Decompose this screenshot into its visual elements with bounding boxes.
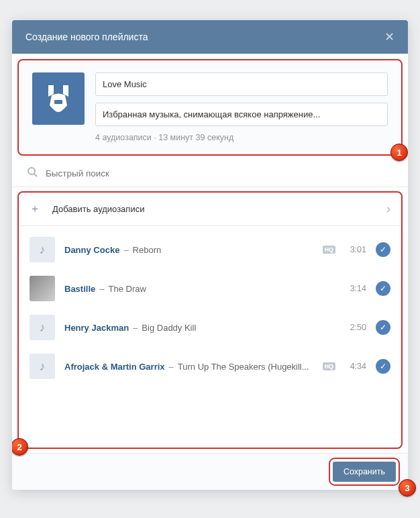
svg-point-1 [28,168,35,174]
track-title: Big Daddy Kill [142,323,196,333]
annotation-3: 3 [399,479,416,497]
track-cover[interactable]: ♪ [30,237,55,262]
track-check[interactable]: ✓ [376,359,390,374]
track-title: Reborn [133,245,162,255]
track-artist[interactable]: Danny Cocke [64,245,119,255]
add-label: Добавить аудиозаписи [52,204,377,214]
track-duration: 2:50 [345,323,366,332]
music-note-icon: ♪ [40,321,46,335]
svg-rect-0 [54,100,62,104]
modal-header: Создание нового плейлиста ✕ [12,20,408,54]
playlist-cover[interactable] [32,72,85,125]
add-tracks-button[interactable]: ＋ Добавить аудиозаписи › [19,193,401,226]
track-artist[interactable]: Bastille [64,284,95,294]
plus-icon: ＋ [30,202,43,216]
track-info: Danny Cocke – Reborn [64,245,313,255]
music-note-icon: ♪ [40,243,46,257]
track-duration: 3:14 [345,284,366,293]
track-check[interactable]: ✓ [376,281,390,296]
track-cover[interactable]: ♪ [30,354,55,379]
track-duration: 3:01 [345,245,366,254]
track-row[interactable]: ♪Afrojack & Martin Garrix – Turn Up The … [19,347,401,386]
modal-title: Создание нового плейлиста [25,32,148,42]
playlist-meta: 4 аудиозаписи · 13 минут 39 секунд [95,133,388,142]
annotation-1: 1 [390,144,408,161]
track-cover[interactable]: ♪ [30,315,55,340]
track-title: The Draw [108,284,146,294]
chevron-right-icon: › [386,202,390,216]
dash: – [133,323,138,333]
track-cover[interactable] [30,276,55,301]
form-inputs [95,72,388,126]
tracks-section: ＋ Добавить аудиозаписи › ♪Danny Cocke – … [17,191,403,449]
search-row [12,160,408,187]
create-playlist-modal: Создание нового плейлиста ✕ 4 аудиозапис… [12,20,408,490]
playlist-desc-input[interactable] [95,103,388,126]
form-row [32,72,388,126]
track-row[interactable]: Bastille – The Draw3:14✓ [19,269,401,308]
track-info: Henry Jackman – Big Daddy Kill [64,323,335,333]
search-input[interactable] [46,168,393,178]
playlist-name-input[interactable] [95,72,388,96]
playlist-form-section: 4 аудиозаписи · 13 минут 39 секунд 1 [17,59,403,156]
dash: – [123,245,128,255]
track-row[interactable]: ♪Henry Jackman – Big Daddy Kill2:50✓ [19,308,401,347]
track-artist[interactable]: Henry Jackman [64,323,129,333]
tracks-list: ♪Danny Cocke – RebornHQ3:01✓Bastille – T… [19,226,401,390]
svg-line-2 [34,174,37,176]
dash: – [169,362,174,372]
track-info: Afrojack & Martin Garrix – Turn Up The S… [64,362,313,372]
track-title: Turn Up The Speakers (Hugekill... [178,362,309,372]
dash: – [99,284,104,294]
hq-badge: HQ [323,246,336,254]
hq-badge: HQ [323,362,336,370]
track-check[interactable]: ✓ [376,242,390,257]
music-note-icon: ♪ [40,360,46,374]
close-icon[interactable]: ✕ [384,30,395,44]
track-duration: 4:34 [345,362,366,371]
search-icon [27,166,38,180]
save-button[interactable]: Сохранить [333,462,396,482]
dog-mask-icon [42,82,75,115]
track-check[interactable]: ✓ [376,320,390,335]
track-info: Bastille – The Draw [64,284,335,294]
track-artist[interactable]: Afrojack & Martin Garrix [64,362,165,372]
track-row[interactable]: ♪Danny Cocke – RebornHQ3:01✓ [19,230,401,269]
modal-footer: Сохранить [12,453,408,490]
